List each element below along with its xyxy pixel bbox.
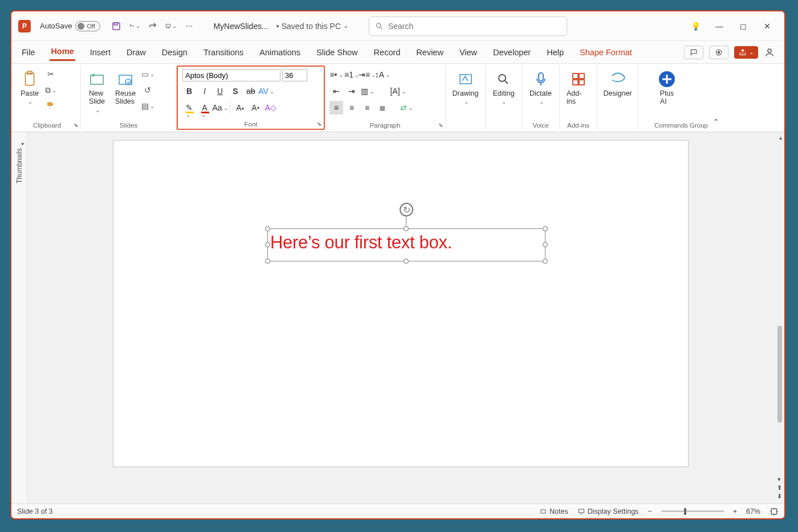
tab-home[interactable]: Home <box>50 43 75 61</box>
section-icon[interactable]: ▤ <box>141 100 154 112</box>
resize-handle[interactable] <box>543 259 548 264</box>
clipboard-launcher-icon[interactable]: ⬊ <box>74 122 78 128</box>
zoom-slider[interactable] <box>661 510 724 512</box>
increase-font-icon[interactable]: A▴ <box>233 101 247 114</box>
bold-icon[interactable]: B <box>182 84 196 98</box>
dictate-button[interactable]: Dictate <box>526 68 555 108</box>
editing-button[interactable]: Editing <box>489 68 518 108</box>
scroll-up-icon[interactable]: ▴ <box>779 134 782 141</box>
font-name-combo[interactable] <box>182 69 280 81</box>
font-color-icon[interactable]: A <box>198 101 211 114</box>
numbering-icon[interactable]: ≡1 <box>345 68 359 81</box>
close-icon[interactable]: ✕ <box>762 21 773 32</box>
share-button[interactable]: ⌄ <box>734 46 758 59</box>
toggle-switch[interactable]: Off <box>75 21 100 31</box>
resize-handle[interactable] <box>265 242 270 247</box>
vertical-scrollbar[interactable]: ▴ ▾ ⬆ ⬇ <box>774 132 784 504</box>
lightbulb-icon[interactable]: 💡 <box>690 21 701 32</box>
resize-handle[interactable] <box>404 259 409 264</box>
addins-button[interactable]: Add-ins <box>563 68 593 108</box>
save-icon[interactable] <box>111 21 122 32</box>
slide[interactable]: ↻ Here’s our first text box. <box>113 140 689 467</box>
strikethrough-icon[interactable]: ab <box>244 84 258 98</box>
tab-developer[interactable]: Developer <box>492 44 532 60</box>
scroll-down-icon[interactable]: ▾ <box>777 476 781 483</box>
notes-button[interactable]: Notes <box>539 508 568 515</box>
clear-formatting-icon[interactable]: A◇ <box>264 101 278 114</box>
tab-record[interactable]: Record <box>373 44 402 60</box>
text-box-content[interactable]: Here’s our first text box. <box>268 229 545 256</box>
reuse-slides-button[interactable]: Reuse Slides <box>112 68 139 108</box>
search-box[interactable] <box>369 17 567 36</box>
bullets-icon[interactable]: ≡• <box>329 68 343 81</box>
next-slide-icon[interactable]: ⬇ <box>777 493 782 500</box>
tab-shape-format[interactable]: Shape Format <box>579 44 633 60</box>
expand-thumbnails-icon[interactable]: ▸ <box>22 140 25 146</box>
character-spacing-icon[interactable]: AV <box>259 84 273 98</box>
comments-button[interactable] <box>684 46 703 59</box>
zoom-out-icon[interactable]: − <box>648 508 652 515</box>
search-input[interactable] <box>388 22 561 31</box>
increase-indent-icon[interactable]: ⇥ <box>345 84 359 98</box>
tab-view[interactable]: View <box>458 44 478 60</box>
prev-slide-icon[interactable]: ⬆ <box>777 484 782 492</box>
list-level-icon[interactable]: ⇥≡ <box>360 68 374 81</box>
zoom-in-icon[interactable]: + <box>733 508 737 515</box>
tab-design[interactable]: Design <box>161 44 189 60</box>
slide-canvas[interactable]: ↻ Here’s our first text box. <box>27 132 774 504</box>
align-center-icon[interactable]: ≡ <box>345 101 359 114</box>
fit-to-window-icon[interactable] <box>769 507 779 516</box>
paste-button[interactable]: Paste <box>17 68 42 108</box>
format-painter-icon[interactable] <box>44 100 57 112</box>
copy-icon[interactable]: ⧉ <box>44 84 57 96</box>
justify-icon[interactable]: ≣ <box>376 101 389 114</box>
new-slide-button[interactable]: New Slide <box>84 68 109 116</box>
change-case-icon[interactable]: Aa <box>213 101 227 114</box>
saved-status[interactable]: • Saved to this PC ⌄ <box>276 22 348 31</box>
text-direction-icon[interactable]: [A] <box>391 84 405 98</box>
tab-insert[interactable]: Insert <box>89 44 112 60</box>
align-left-icon[interactable]: ≡ <box>329 101 343 114</box>
resize-handle[interactable] <box>404 226 409 231</box>
slide-indicator[interactable]: Slide 3 of 3 <box>17 508 53 515</box>
scroll-thumb[interactable] <box>777 326 782 423</box>
columns-icon[interactable]: ▥ <box>360 84 374 98</box>
decrease-indent-icon[interactable]: ⇤ <box>329 84 343 98</box>
qat-more-icon[interactable]: ⋯ <box>184 21 195 32</box>
undo-icon[interactable] <box>129 21 140 32</box>
designer-button[interactable]: Designer <box>600 68 635 100</box>
present-icon[interactable] <box>165 21 177 32</box>
paragraph-launcher-icon[interactable]: ⬊ <box>438 122 443 128</box>
font-launcher-icon[interactable]: ⬊ <box>317 121 321 127</box>
redo-icon[interactable] <box>147 21 158 32</box>
tab-file[interactable]: File <box>21 44 36 60</box>
tab-review[interactable]: Review <box>415 44 445 60</box>
display-settings-button[interactable]: Display Settings <box>577 508 639 515</box>
rotate-handle-icon[interactable]: ↻ <box>400 203 413 216</box>
text-box[interactable]: ↻ Here’s our first text box. <box>267 228 545 261</box>
drawing-button[interactable]: Drawing <box>449 68 482 108</box>
maximize-icon[interactable]: ◻ <box>738 21 749 32</box>
plus-ai-button[interactable]: Plus AI <box>654 68 679 108</box>
highlight-color-icon[interactable]: ✎ <box>182 101 196 114</box>
zoom-level[interactable]: 67% <box>746 508 760 515</box>
resize-handle[interactable] <box>543 226 548 231</box>
layout-icon[interactable]: ▭ <box>141 68 154 80</box>
tab-help[interactable]: Help <box>545 44 565 60</box>
collapse-ribbon-icon[interactable]: ⌃ <box>712 117 719 126</box>
tab-draw[interactable]: Draw <box>125 44 147 60</box>
record-button[interactable] <box>709 46 728 59</box>
line-spacing-icon[interactable]: ↕A <box>376 68 389 81</box>
decrease-font-icon[interactable]: A▾ <box>249 101 262 114</box>
align-right-icon[interactable]: ≡ <box>360 101 374 114</box>
resize-handle[interactable] <box>265 259 270 264</box>
underline-icon[interactable]: U <box>213 84 227 98</box>
tab-animations[interactable]: Animations <box>258 44 302 60</box>
tab-slideshow[interactable]: Slide Show <box>315 44 359 60</box>
tab-transitions[interactable]: Transitions <box>202 44 245 60</box>
thumbnails-panel[interactable]: ▸ Thumbnails <box>11 132 27 504</box>
autosave-toggle[interactable]: AutoSave Off <box>40 21 100 31</box>
smartart-icon[interactable]: ⇄ <box>400 101 413 114</box>
resize-handle[interactable] <box>543 242 548 247</box>
shadow-icon[interactable]: S <box>229 84 242 98</box>
